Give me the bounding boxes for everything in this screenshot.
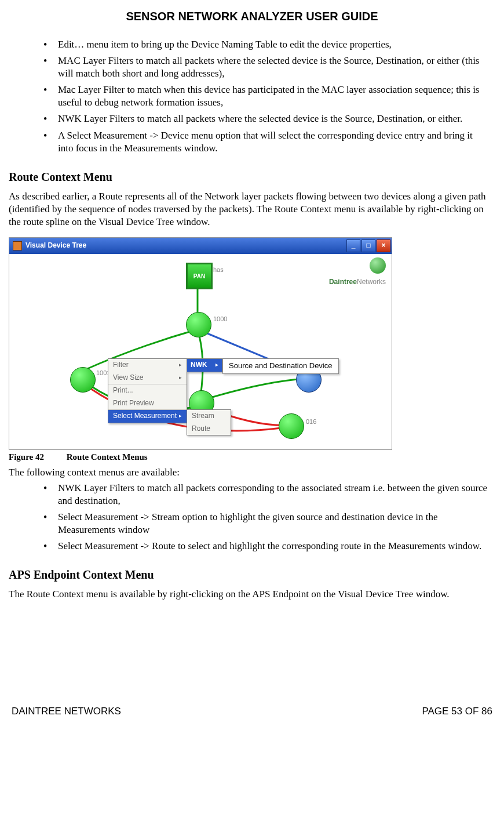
list-item: A Select Measurement -> Device menu opti… xyxy=(43,129,490,155)
submenu-item-route[interactable]: Route xyxy=(187,423,231,435)
submenu-item-nwk[interactable]: NWK▸ xyxy=(187,359,222,372)
list-item: NWK Layer Filters to match all packets c… xyxy=(43,482,490,507)
node-label: 1000 xyxy=(213,315,227,323)
maximize-icon[interactable]: □ xyxy=(361,239,375,252)
list-item: Edit… menu item to bring up the Device N… xyxy=(43,38,490,51)
footer-right: PAGE 53 OF 86 xyxy=(422,705,492,718)
menu-item-print[interactable]: Print... xyxy=(108,384,187,397)
list-item: Mac Layer Filter to match when this devi… xyxy=(43,83,490,109)
list-item: MAC Layer Filters to match all packets w… xyxy=(43,55,490,80)
node-label: 016 xyxy=(306,417,316,426)
submenu-item-source-dest[interactable]: Source and Destination Device xyxy=(229,361,333,370)
select-measurement-submenu[interactable]: Stream Route xyxy=(187,409,231,435)
route-context-paragraph: As described earlier, a Route represents… xyxy=(9,190,495,228)
context-menus-list: NWK Layer Filters to match all packets c… xyxy=(9,482,490,553)
figure-label: Figure 42 xyxy=(9,452,44,462)
daintree-logo: DaintreeNetworks xyxy=(329,257,386,286)
window-titlebar: Visual Device Tree _ □ × xyxy=(9,238,392,254)
list-item: Select Measurement -> Route to select an… xyxy=(43,540,490,553)
app-icon xyxy=(13,241,22,250)
device-node[interactable] xyxy=(70,367,96,393)
filter-submenu[interactable]: NWK▸ xyxy=(187,358,222,372)
list-item: NWK Layer Filters to match all packets w… xyxy=(43,112,490,125)
node-label: has xyxy=(213,266,224,274)
route-context-heading: Route Context Menu xyxy=(9,169,495,184)
menu-item-selectmeasurement[interactable]: Select Measurement▸ xyxy=(108,409,187,423)
nwk-submenu[interactable]: Source and Destination Device xyxy=(222,358,339,374)
minimize-icon[interactable]: _ xyxy=(346,239,360,252)
available-context-intro: The following context menus are availabl… xyxy=(9,466,495,479)
device-tree-canvas[interactable]: DaintreeNetworks PAN has 1000 1001 016 F… xyxy=(9,254,392,449)
list-item: Select Measurement -> Stream option to h… xyxy=(43,511,490,536)
pan-node[interactable]: PAN xyxy=(186,263,213,289)
device-node[interactable] xyxy=(279,413,304,439)
menu-item-printpreview[interactable]: Print Preview xyxy=(108,397,187,410)
figure-title: Route Context Menus xyxy=(67,452,148,462)
submenu-item-stream[interactable]: Stream xyxy=(187,410,231,423)
window-title: Visual Device Tree xyxy=(25,241,86,250)
top-bullet-list: Edit… menu item to bring up the Device N… xyxy=(9,38,490,155)
close-icon[interactable]: × xyxy=(377,239,390,252)
aps-endpoint-heading: APS Endpoint Context Menu xyxy=(9,567,495,582)
page-header-title: SENSOR NETWORK ANALYZER USER GUIDE xyxy=(9,9,495,24)
window-controls: _ □ × xyxy=(346,239,392,252)
menu-item-viewsize[interactable]: View Size▸ xyxy=(108,372,187,384)
route-context-menu[interactable]: Filter▸ View Size▸ Print... Print Previe… xyxy=(108,358,187,423)
menu-item-filter[interactable]: Filter▸ xyxy=(108,359,187,372)
figure-caption: Figure 42 Route Context Menus xyxy=(9,452,495,463)
aps-endpoint-paragraph: The Route Context menu is available by r… xyxy=(9,588,495,601)
page-footer: DAINTREE NETWORKS PAGE 53 OF 86 xyxy=(9,705,495,718)
visual-device-tree-screenshot: Visual Device Tree _ □ × DaintreeNetwork… xyxy=(9,237,392,450)
footer-left: DAINTREE NETWORKS xyxy=(12,705,121,718)
device-node[interactable] xyxy=(186,312,211,337)
